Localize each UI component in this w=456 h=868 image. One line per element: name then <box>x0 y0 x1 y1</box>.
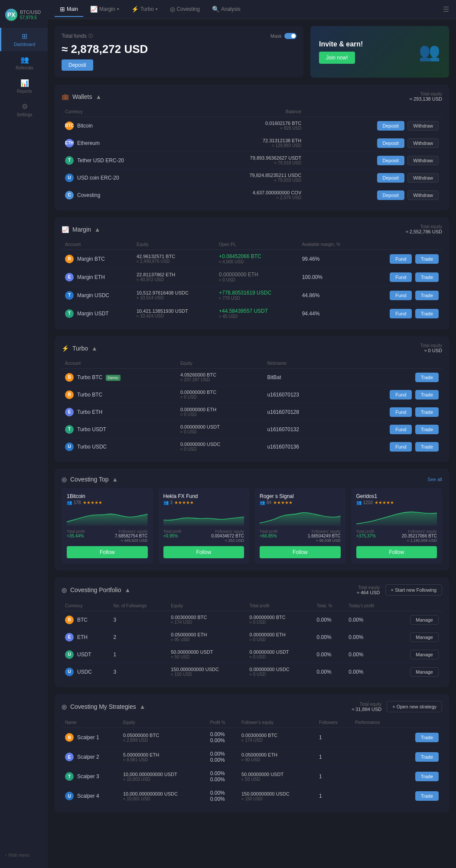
deposit-button[interactable]: Deposit <box>377 173 404 183</box>
tab-analysis[interactable]: 🔍 Analysis <box>207 2 246 17</box>
trade-button[interactable]: Trade <box>415 390 439 400</box>
trade-button[interactable]: Trade <box>415 373 439 382</box>
wallets-col-actions <box>305 107 442 117</box>
trade-button[interactable]: Trade <box>415 272 439 282</box>
strategies-collapse[interactable]: ▲ <box>140 703 146 710</box>
balance-usd: ≈ 129,883 USD <box>193 143 301 148</box>
trade-button[interactable]: Trade <box>415 772 439 781</box>
covesting-top-card: Geridos1 👥 1210 ★★★★★ Total profit <box>351 488 443 563</box>
turbo-col-account: Account <box>62 358 177 369</box>
open-pl-main: +778.80531619 USDC <box>219 290 295 296</box>
manage-button[interactable]: Manage <box>410 632 439 642</box>
portfolio-collapse[interactable]: ▲ <box>125 586 131 593</box>
coin-icon: T <box>65 309 74 318</box>
open-strategy-button[interactable]: + Open new strategy <box>387 701 442 712</box>
follow-button[interactable]: Follow <box>356 546 437 558</box>
manage-button[interactable]: Manage <box>410 615 439 625</box>
manage-button[interactable]: Manage <box>410 667 439 677</box>
fund-button[interactable]: Fund <box>390 425 412 434</box>
trade-button[interactable]: Trade <box>415 752 439 762</box>
coin-icon: U <box>65 174 74 182</box>
mask-toggle-switch[interactable] <box>284 33 296 39</box>
withdraw-button[interactable]: Withdraw <box>407 138 439 148</box>
fund-button[interactable]: Fund <box>390 291 412 300</box>
see-all-button[interactable]: See all <box>427 477 442 482</box>
nickname: u1616070136 <box>264 438 336 455</box>
equity-usd: ≈ 174 USD <box>171 620 242 625</box>
mask-toggle[interactable]: Mask <box>270 33 296 39</box>
fund-button[interactable]: Fund <box>390 254 412 264</box>
trade-button[interactable]: Trade <box>415 733 439 742</box>
fund-button[interactable]: Fund <box>390 407 412 417</box>
equity-main: 4.09260000 BTC <box>180 372 261 377</box>
hide-menu-button[interactable]: ‹ Hide menu <box>0 848 48 863</box>
tab-main[interactable]: ⊞ Main <box>55 2 83 17</box>
trade-button[interactable]: Trade <box>415 791 439 801</box>
open-pl-main: +0.08452066 BTC <box>219 253 295 259</box>
tab-covesting[interactable]: ◎ Covesting <box>165 2 205 17</box>
fund-button[interactable]: Fund <box>390 272 412 282</box>
account-name: Turbo USDC <box>77 444 107 450</box>
deposit-button[interactable]: Deposit <box>377 156 404 165</box>
sidebar-item-reports[interactable]: 📊 Reports <box>0 75 48 98</box>
hamburger-menu[interactable]: ☰ <box>443 5 449 13</box>
coin-name: BTC <box>77 617 88 623</box>
account-name: Turbo BTC Demo <box>77 374 121 380</box>
table-row: E Scalper 2 5.00000000 ETH ≈ 8,981 USD 0… <box>62 747 442 767</box>
deposit-button[interactable]: Deposit <box>62 59 93 71</box>
tab-turbo[interactable]: ⚡ Turbo ▾ <box>126 2 163 17</box>
turbo-table: Account Equity Nickname B Turbo BTC Demo… <box>62 358 442 455</box>
wallets-collapse[interactable]: ▲ <box>95 93 101 100</box>
page-content: Total funds ⓘ Mask ≈ 2,878,272 USD Depos… <box>48 19 456 868</box>
coin-row: U Scalper 4 <box>65 792 116 800</box>
balance-main: 4,637.000000000 COV <box>193 190 301 195</box>
tab-margin[interactable]: 📈 Margin ▾ <box>85 2 124 17</box>
deposit-button[interactable]: Deposit <box>377 138 404 148</box>
sidebar-item-referrals[interactable]: 👥 Referrals <box>0 51 48 75</box>
table-row: U Turbo USDC 0.00000000 USDC ≈ 0 USD u16… <box>62 438 442 455</box>
withdraw-button[interactable]: Withdraw <box>407 173 439 183</box>
equity-main: 0.00000000 USDC <box>180 442 261 447</box>
trade-button[interactable]: Trade <box>415 291 439 300</box>
total-funds-amount: ≈ 2,878,272 USD <box>62 43 296 56</box>
table-row: E Margin ETH 22.81137862 ETH ≈ 40,972 US… <box>62 268 442 286</box>
join-now-button[interactable]: Join now! <box>319 52 355 64</box>
equity-main: 0.00000000 ETH <box>180 407 261 412</box>
total-profit-main: 0.00000000 ETH <box>249 632 309 637</box>
portfolio-icon: ◎ <box>62 586 67 593</box>
turbo-collapse[interactable]: ▲ <box>91 345 98 352</box>
start-following-button[interactable]: + Start new Following <box>385 584 442 596</box>
sidebar-item-label: Reports <box>17 89 32 94</box>
covesting-top-collapse[interactable]: ▲ <box>112 476 118 483</box>
coin-icon: U <box>65 442 74 451</box>
trade-button[interactable]: Trade <box>415 254 439 264</box>
portfolio-col-equity: Equity <box>167 601 246 611</box>
equity-main: 0.05000000 BTC <box>123 733 203 738</box>
invite-graphic: 👥 <box>419 42 440 62</box>
withdraw-button[interactable]: Withdraw <box>407 156 439 165</box>
manage-button[interactable]: Manage <box>410 650 439 659</box>
fund-button[interactable]: Fund <box>390 390 412 400</box>
fund-button[interactable]: Fund <box>390 309 412 318</box>
deposit-button[interactable]: Deposit <box>377 190 404 200</box>
margin-collapse[interactable]: ▲ <box>94 226 101 233</box>
trade-button[interactable]: Trade <box>415 442 439 452</box>
sidebar-item-settings[interactable]: ⚙ Settings <box>0 98 48 121</box>
follow-button[interactable]: Follow <box>260 546 341 558</box>
cov-card-followers: 👥 84 ★★★★★ <box>260 500 341 505</box>
today-profit: 0.00% <box>345 629 391 646</box>
deposit-button[interactable]: Deposit <box>377 121 404 131</box>
trade-button[interactable]: Trade <box>415 425 439 434</box>
margin-header: 📈 Margin ▲ Total equity ≈ 2,552,786 USD <box>62 224 442 234</box>
nickname: BitBat <box>264 369 336 386</box>
trade-button[interactable]: Trade <box>415 309 439 318</box>
follow-button[interactable]: Follow <box>163 546 244 558</box>
fund-button[interactable]: Fund <box>390 442 412 452</box>
withdraw-button[interactable]: Withdraw <box>407 121 439 131</box>
trade-button[interactable]: Trade <box>415 407 439 417</box>
follow-button[interactable]: Follow <box>67 546 148 558</box>
table-row: T Turbo USDT 0.00000000 USDT ≈ 0 USD u16… <box>62 421 442 438</box>
equity-usd: ≈ 150 USD <box>171 672 242 677</box>
sidebar-item-dashboard[interactable]: ⊞ Dashboard <box>0 28 48 51</box>
withdraw-button[interactable]: Withdraw <box>407 190 439 200</box>
